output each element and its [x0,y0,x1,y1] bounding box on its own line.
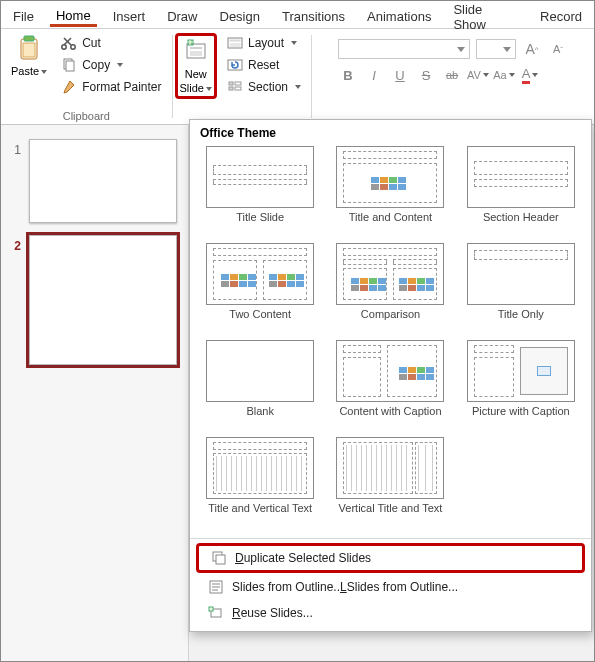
group-font: A^ Aˇ B I U S ab AV Aa A [312,29,594,124]
shadow-button[interactable]: ab [442,65,462,85]
section-icon [227,79,243,95]
slide-thumbnail-selected[interactable] [29,235,177,365]
layout-title-slide[interactable]: Title Slide [200,146,320,237]
layout-picture-with-caption[interactable]: Picture with Caption [461,340,581,431]
tab-animations[interactable]: Animations [361,7,437,26]
layout-comparison[interactable]: Comparison [330,243,450,334]
duplicate-selected-slides[interactable]: Duplicate Selected Slides [196,543,585,573]
layout-icon [227,35,243,51]
paste-button[interactable]: Paste [7,33,51,79]
reuse-icon [208,605,224,621]
strike-button[interactable]: S [416,65,436,85]
copy-icon [61,57,77,73]
layout-title-only[interactable]: Title Only [461,243,581,334]
char-spacing-button[interactable]: AV [468,65,488,85]
layout-title-and-vertical-text[interactable]: Title and Vertical Text [200,437,320,528]
slides-from-outline[interactable]: Slides from Outline..LSlides from Outlin… [196,575,585,599]
outline-icon [208,579,224,595]
svg-rect-17 [235,82,241,85]
layout-button[interactable]: Layout [223,33,305,53]
scissors-icon [61,35,77,51]
svg-rect-18 [235,87,241,90]
bold-button[interactable]: B [338,65,358,85]
svg-rect-2 [23,43,35,57]
clipboard-group-label: Clipboard [63,110,110,124]
svg-rect-13 [229,43,240,47]
reset-label: Reset [248,59,279,71]
svg-rect-12 [229,40,240,42]
ribbon-tabs: File Home Insert Draw Design Transitions… [1,1,594,29]
format-painter-button[interactable]: Format Painter [57,77,165,97]
font-name-combo[interactable] [338,39,470,59]
duplicate-icon [211,550,227,566]
format-painter-label: Format Painter [82,81,161,93]
new-slide-dropdown: Office Theme Title Slide Title and Conte… [189,119,592,632]
new-slide-button[interactable]: New Slide [175,33,217,99]
copy-label: Copy [82,59,110,71]
thumb-number: 2 [9,235,21,365]
group-slides: New Slide Layout Reset [173,29,312,124]
tab-draw[interactable]: Draw [161,7,203,26]
section-label: Section [248,81,288,93]
underline-button[interactable]: U [390,65,410,85]
layout-two-content[interactable]: Two Content [200,243,320,334]
copy-button[interactable]: Copy [57,55,165,75]
layout-blank[interactable]: Blank [200,340,320,431]
svg-point-3 [62,45,66,49]
svg-rect-10 [190,51,202,56]
layout-label: Layout [248,37,284,49]
slide-thumbnail[interactable] [29,139,177,223]
svg-rect-16 [229,87,233,90]
font-size-combo[interactable] [476,39,516,59]
ribbon: Paste Cut Copy [1,29,594,125]
svg-rect-6 [66,61,74,71]
layout-gallery: Title Slide Title and Content Section He… [190,144,591,534]
tab-home[interactable]: Home [50,6,97,27]
reset-button[interactable]: Reset [223,55,305,75]
tab-design[interactable]: Design [214,7,266,26]
section-button[interactable]: Section [223,77,305,97]
svg-rect-1 [24,36,34,41]
paintbrush-icon [61,79,77,95]
paste-label: Paste [11,65,47,77]
reuse-slides[interactable]: Reuse Slides... [196,601,585,625]
svg-rect-20 [216,555,225,564]
reset-icon [227,57,243,73]
change-case-button[interactable]: Aa [494,65,514,85]
new-slide-label-2: Slide [180,82,212,94]
svg-rect-9 [190,47,202,49]
tab-insert[interactable]: Insert [107,7,152,26]
thumbnail-row[interactable]: 1 [9,139,180,223]
new-slide-label-1: New [185,68,207,80]
layout-vertical-title-and-text[interactable]: Vertical Title and Text [330,437,450,528]
svg-rect-15 [229,82,233,85]
group-clipboard: Paste Cut Copy [1,29,172,124]
svg-point-4 [71,45,75,49]
decrease-font-button[interactable]: Aˇ [548,39,568,59]
slide-thumbnails-pane[interactable]: 1 2 [1,125,189,662]
cut-button[interactable]: Cut [57,33,165,53]
cut-label: Cut [82,37,101,49]
layout-title-and-content[interactable]: Title and Content [330,146,450,237]
font-color-button[interactable]: A [520,65,540,85]
tab-record[interactable]: Record [534,7,588,26]
layout-content-with-caption[interactable]: Content with Caption [330,340,450,431]
layout-section-header[interactable]: Section Header [461,146,581,237]
increase-font-button[interactable]: A^ [522,39,542,59]
dropdown-header: Office Theme [190,120,591,144]
paste-icon [16,35,42,63]
tab-file[interactable]: File [7,7,40,26]
italic-button[interactable]: I [364,65,384,85]
new-slide-icon [183,38,209,66]
thumb-number: 1 [9,139,21,223]
thumbnail-row[interactable]: 2 [9,235,180,365]
tab-transitions[interactable]: Transitions [276,7,351,26]
